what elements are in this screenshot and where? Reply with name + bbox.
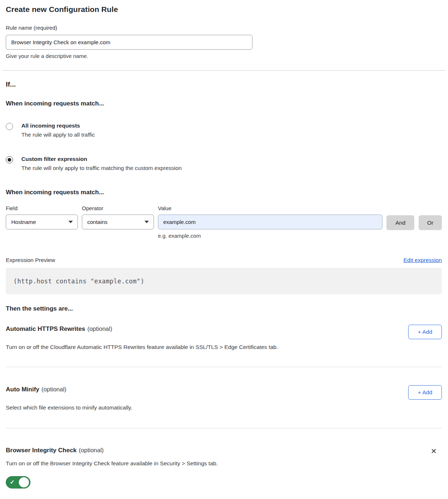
setting-optional-label: (optional) — [79, 447, 104, 453]
expression-preview-code: (http.host contains "example.com") — [6, 268, 442, 294]
chevron-down-icon — [68, 221, 73, 223]
add-auto-minify-button[interactable]: + Add — [408, 385, 442, 400]
setting-optional-label: (optional) — [87, 325, 112, 332]
setting-title: Automatic HTTPS Rewrites — [6, 325, 85, 332]
value-helper: e.g. example.com — [158, 233, 382, 239]
browser-integrity-check-toggle[interactable]: ✓ — [6, 476, 30, 488]
setting-optional-label: (optional) — [42, 386, 67, 392]
field-select-value: Hostname — [11, 219, 36, 225]
setting-divider — [6, 367, 442, 367]
setting-section-automatic-https-rewrites: Automatic HTTPS Rewrites(optional) + Add… — [6, 325, 442, 350]
value-input[interactable] — [158, 215, 382, 229]
rule-name-group: Rule name (required) Give your rule a de… — [6, 25, 442, 59]
radio-option-custom-filter[interactable]: Custom filter expression The rule will o… — [6, 156, 442, 171]
close-icon[interactable]: ✕ — [428, 447, 439, 456]
radio-description: The rule will only apply to traffic matc… — [21, 165, 182, 171]
operator-label: Operator — [82, 205, 154, 211]
add-automatic-https-rewrites-button[interactable]: + Add — [408, 325, 442, 339]
chevron-down-icon — [145, 221, 149, 223]
operator-select[interactable]: contains — [82, 215, 154, 229]
page-title: Create new Configuration Rule — [6, 5, 442, 14]
field-select[interactable]: Hostname — [6, 215, 78, 229]
match-heading: When incoming requests match... — [6, 100, 442, 107]
toggle-knob[interactable] — [19, 477, 29, 487]
setting-description: Select which file extensions to minify a… — [6, 404, 361, 411]
and-button[interactable]: And — [386, 215, 414, 230]
setting-title: Auto Minify — [6, 386, 39, 393]
radio-all-incoming[interactable] — [6, 123, 13, 130]
or-button[interactable]: Or — [419, 215, 442, 230]
operator-select-value: contains — [87, 219, 108, 225]
section-divider — [2, 70, 445, 71]
builder-heading: When incoming requests match... — [6, 189, 442, 196]
rule-name-helper: Give your rule a descriptive name. — [6, 53, 442, 59]
radio-label[interactable]: All incoming requests — [21, 122, 95, 129]
then-heading: Then the settings are... — [6, 305, 442, 312]
value-label: Value — [158, 205, 382, 211]
radio-label[interactable]: Custom filter expression — [21, 156, 182, 162]
edit-expression-link[interactable]: Edit expression — [403, 257, 442, 263]
check-icon: ✓ — [10, 479, 14, 486]
radio-option-all-incoming[interactable]: All incoming requests The rule will appl… — [6, 122, 442, 138]
rule-name-input[interactable] — [6, 35, 252, 50]
expression-preview-label: Expression Preview — [6, 257, 55, 263]
setting-title: Browser Integrity Check — [6, 447, 77, 454]
setting-section-browser-integrity-check: Browser Integrity Check(optional) ✕ Turn… — [6, 447, 442, 490]
setting-divider — [6, 428, 442, 428]
setting-description: Turn on or off the Browser Integrity Che… — [6, 460, 361, 467]
rule-name-label: Rule name (required) — [6, 25, 57, 31]
if-heading: If... — [6, 80, 442, 88]
field-label: Field — [6, 205, 78, 211]
radio-description: The rule will apply to all traffic — [21, 132, 95, 138]
setting-description: Turn on or off the Cloudflare Automatic … — [6, 344, 361, 350]
setting-section-auto-minify: Auto Minify(optional) + Add Select which… — [6, 386, 442, 411]
expression-builder-row: Field Hostname Operator contains Value e… — [6, 205, 442, 239]
radio-custom-filter[interactable] — [6, 156, 13, 163]
